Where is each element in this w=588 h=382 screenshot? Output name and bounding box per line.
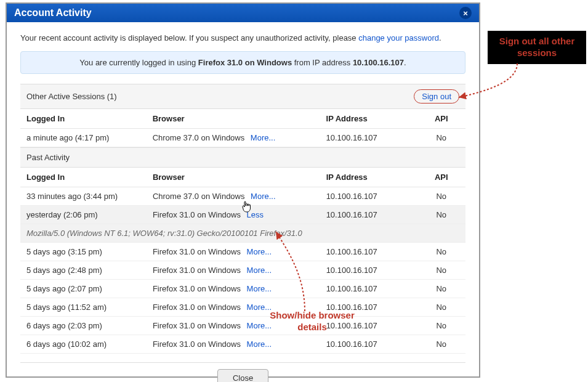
cell-browser: Firefox 31.0 on Windows More... — [147, 243, 320, 261]
past-activity-header: Past Activity — [20, 147, 465, 168]
change-password-link[interactable]: change your password — [358, 33, 439, 43]
details-toggle-link[interactable]: More... — [247, 284, 272, 293]
cell-ip: 10.100.16.107 — [320, 261, 417, 280]
sign-out-link[interactable]: Sign out — [414, 89, 459, 104]
col-api: API — [417, 109, 465, 129]
intro-text: Your recent account activity is displaye… — [20, 33, 465, 43]
annotation-show-hide: Show/hide browser details — [266, 310, 358, 333]
banner-middle: from IP address — [292, 58, 353, 67]
cell-api: No — [417, 243, 465, 261]
details-toggle-link[interactable]: More... — [247, 266, 272, 275]
table-row-detail: Mozilla/5.0 (Windows NT 6.1; WOW64; rv:3… — [20, 224, 465, 243]
cell-logged-in: 33 minutes ago (3:44 pm) — [20, 187, 147, 206]
cell-logged-in: 5 days ago (2:07 pm) — [20, 280, 147, 298]
table-row: 5 days ago (11:52 am)Firefox 31.0 on Win… — [20, 298, 465, 317]
close-button[interactable]: Close — [217, 369, 268, 382]
cell-logged-in: 6 days ago (10:02 am) — [20, 335, 147, 354]
cell-ip: 10.100.16.107 — [320, 243, 417, 261]
details-toggle-link[interactable]: More... — [251, 192, 275, 201]
active-sessions-table: Logged In Browser IP Address API a minut… — [20, 109, 465, 147]
intro-prefix: Your recent account activity is displaye… — [20, 33, 358, 43]
col-browser: Browser — [147, 109, 320, 129]
cell-api: No — [417, 206, 465, 224]
dialog-title: Account Activity — [14, 7, 92, 18]
cell-browser: Chrome 37.0 on Windows More... — [147, 129, 320, 147]
details-toggle-link[interactable]: More... — [247, 247, 272, 256]
col-ip: IP Address — [320, 109, 417, 129]
dialog-body: Your recent account activity is displaye… — [7, 22, 479, 382]
cell-logged-in: a minute ago (4:17 pm) — [20, 129, 147, 147]
table-row: 6 days ago (10:02 am)Firefox 31.0 on Win… — [20, 335, 465, 354]
past-activity-title: Past Activity — [26, 153, 70, 162]
past-activity-table: Logged In Browser IP Address API 33 minu… — [20, 168, 465, 354]
close-icon[interactable]: × — [459, 7, 472, 19]
col-ip: IP Address — [320, 168, 417, 187]
banner-prefix: You are currently logged in using — [79, 58, 198, 67]
user-agent-detail: Mozilla/5.0 (Windows NT 6.1; WOW64; rv:3… — [20, 224, 465, 243]
banner-suffix: . — [404, 58, 406, 67]
other-active-sessions-title: Other Active Sessions (1) — [26, 92, 117, 101]
table-row: a minute ago (4:17 pm)Chrome 37.0 on Win… — [20, 129, 465, 147]
cell-api: No — [417, 298, 465, 317]
footer-divider — [20, 362, 465, 363]
cell-ip: 10.100.16.107 — [320, 129, 417, 147]
details-toggle-link[interactable]: More... — [251, 133, 275, 142]
account-activity-dialog: Account Activity × Your recent account a… — [6, 2, 480, 378]
cell-browser: Firefox 31.0 on Windows More... — [147, 261, 320, 280]
annotation-signout-all: Sign out all other sessions — [488, 31, 586, 64]
table-row: 33 minutes ago (3:44 pm)Chrome 37.0 on W… — [20, 187, 465, 206]
cell-browser: Firefox 31.0 on Windows Less — [147, 206, 320, 224]
table-row: yesterday (2:06 pm)Firefox 31.0 on Windo… — [20, 206, 465, 224]
other-active-sessions-header: Other Active Sessions (1) Sign out — [20, 84, 465, 109]
cell-api: No — [417, 187, 465, 206]
cell-ip: 10.100.16.107 — [320, 335, 417, 354]
current-session-banner: You are currently logged in using Firefo… — [20, 51, 465, 74]
col-api: API — [417, 168, 465, 187]
col-logged-in: Logged In — [20, 109, 147, 129]
cell-ip: 10.100.16.107 — [320, 280, 417, 298]
cell-logged-in: 5 days ago (11:52 am) — [20, 298, 147, 317]
cell-browser: Firefox 31.0 on Windows More... — [147, 280, 320, 298]
intro-suffix: . — [439, 33, 441, 43]
cell-logged-in: 5 days ago (3:15 pm) — [20, 243, 147, 261]
cell-logged-in: 6 days ago (2:03 pm) — [20, 317, 147, 335]
cell-api: No — [417, 335, 465, 354]
col-browser: Browser — [147, 168, 320, 187]
banner-browser: Firefox 31.0 on Windows — [198, 58, 292, 67]
cell-ip: 10.100.16.107 — [320, 206, 417, 224]
banner-ip: 10.100.16.107 — [353, 58, 404, 67]
table-row: 5 days ago (2:07 pm)Firefox 31.0 on Wind… — [20, 280, 465, 298]
table-row: 5 days ago (3:15 pm)Firefox 31.0 on Wind… — [20, 243, 465, 261]
table-row: 6 days ago (2:03 pm)Firefox 31.0 on Wind… — [20, 317, 465, 335]
details-toggle-link[interactable]: Less — [247, 210, 264, 219]
cell-logged-in: 5 days ago (2:48 pm) — [20, 261, 147, 280]
dialog-header: Account Activity × — [7, 4, 479, 22]
cell-api: No — [417, 280, 465, 298]
details-toggle-link[interactable]: More... — [247, 339, 272, 349]
table-row: 5 days ago (2:48 pm)Firefox 31.0 on Wind… — [20, 261, 465, 280]
cell-logged-in: yesterday (2:06 pm) — [20, 206, 147, 224]
col-logged-in: Logged In — [20, 168, 147, 187]
cell-api: No — [417, 261, 465, 280]
cell-api: No — [417, 129, 465, 147]
cell-ip: 10.100.16.107 — [320, 187, 417, 206]
cell-api: No — [417, 317, 465, 335]
cell-browser: Firefox 31.0 on Windows More... — [147, 335, 320, 354]
cell-browser: Chrome 37.0 on Windows More... — [147, 187, 320, 206]
